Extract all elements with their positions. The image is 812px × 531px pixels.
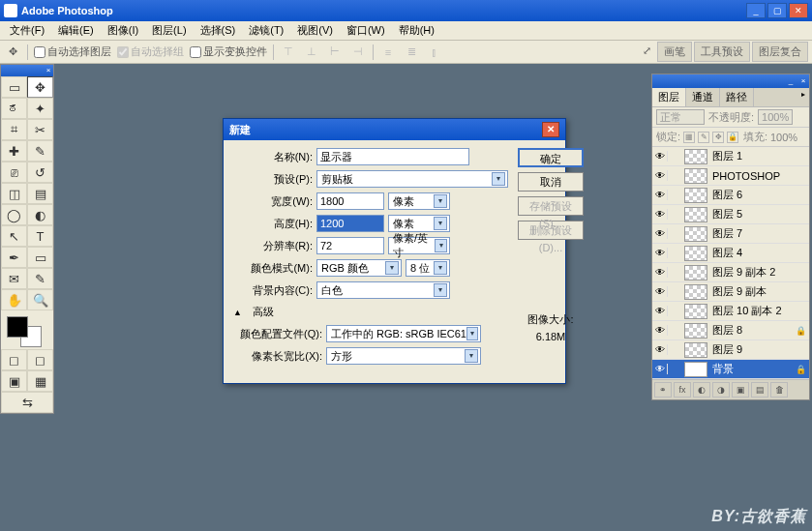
menu-help[interactable]: 帮助(H) [393,21,440,40]
layer-row[interactable]: 👁图层 8🔒 [652,321,809,340]
visibility-icon[interactable]: 👁 [652,170,668,181]
layer-name[interactable]: 图层 7 [710,226,796,241]
menu-filter[interactable]: 滤镜(T) [243,21,289,40]
aspect-select[interactable]: 方形▾ [326,347,481,365]
layer-row[interactable]: 👁图层 4 [652,244,809,263]
move-tool-icon[interactable]: ✥ [4,44,21,61]
resolution-unit-select[interactable]: 像素/英寸▾ [388,237,450,254]
layer-name[interactable]: 图层 9 副本 [710,284,796,299]
delete-layer-icon[interactable]: 🗑 [770,382,788,398]
layer-thumbnail[interactable] [684,246,707,261]
move-tool[interactable]: ✥ [27,76,53,98]
layer-row[interactable]: 👁图层 9 [652,340,809,360]
close-icon[interactable]: × [797,76,809,86]
visibility-icon[interactable]: 👁 [652,248,668,258]
visibility-icon[interactable]: 👁 [652,286,668,297]
auto-select-layer-checkbox[interactable]: 自动选择图层 [34,44,111,59]
screen-mode-full[interactable]: ▦ [27,370,53,392]
layer-row[interactable]: 👁图层 9 副本 [652,282,809,302]
quickmask-on[interactable]: ◻ [27,349,53,370]
layer-row[interactable]: 👁图层 7 [652,224,809,244]
lock-pixels-icon[interactable]: ▦ [683,132,695,143]
layer-thumbnail[interactable] [684,323,707,339]
lock-all-icon[interactable]: 🔒 [727,132,738,143]
color-swatch[interactable] [1,310,53,349]
layer-thumbnail[interactable] [684,362,707,377]
toolbox-panel[interactable]: × ▭ ✥ ಠ ✦ ⌗ ✂ ✚ ✎ ⎚ ↺ ◫ ▤ ◯ ◐ ↖ T ✒ ▭ ✉ … [0,64,54,414]
lasso-tool[interactable]: ಠ [1,98,27,119]
layer-name[interactable]: PHOTOSHOP [710,170,796,182]
tab-channels[interactable]: 通道 [686,88,720,106]
close-icon[interactable]: × [44,66,53,75]
layer-thumbnail[interactable] [684,304,707,319]
dialog-title-bar[interactable]: 新建 ✕ [224,119,565,140]
layer-name[interactable]: 图层 4 [710,246,796,260]
panel-menu-icon[interactable]: ▸ [797,88,809,106]
brush-tool[interactable]: ✎ [27,140,53,162]
visibility-icon[interactable]: 👁 [652,209,668,220]
bg-select[interactable]: 白色▾ [316,281,450,299]
layers-panel[interactable]: _ × 图层 通道 路径 ▸ 正常 不透明度: 100% 锁定: ▦ ✎ ✥ 🔒… [651,74,810,400]
close-button[interactable]: ✕ [789,3,808,18]
palette-tab-tool-presets[interactable]: 工具预设 [694,42,750,62]
menu-view[interactable]: 视图(V) [291,21,339,40]
layer-row[interactable]: 👁图层 10 副本 2 [652,302,809,321]
visibility-icon[interactable]: 👁 [652,151,668,162]
layer-thumbnail[interactable] [684,188,707,203]
visibility-icon[interactable]: 👁 [652,364,668,374]
dialog-close-button[interactable]: ✕ [542,122,559,137]
show-transform-checkbox[interactable]: 显示变换控件 [190,44,267,59]
layer-row[interactable]: 👁PHOTOSHOP [652,166,809,186]
visibility-icon[interactable]: 👁 [652,344,668,355]
toolbox-titlebar[interactable]: × [1,65,53,76]
height-input[interactable] [316,215,384,232]
layer-thumbnail[interactable] [684,342,707,358]
visibility-icon[interactable]: 👁 [652,228,668,239]
notes-tool[interactable]: ✉ [1,268,27,289]
width-unit-select[interactable]: 像素▾ [388,192,450,210]
shape-tool[interactable]: ▭ [27,247,53,268]
eraser-tool[interactable]: ◫ [1,183,27,204]
layer-row[interactable]: 👁图层 6 [652,186,809,205]
layer-thumbnail[interactable] [684,226,707,242]
minimize-button[interactable]: _ [746,3,766,18]
layer-thumbnail[interactable] [684,168,707,184]
layer-name[interactable]: 图层 9 [710,342,796,357]
name-input[interactable] [316,148,469,165]
resolution-input[interactable] [316,237,384,254]
lock-move-icon[interactable]: ✥ [712,132,724,143]
menu-file[interactable]: 文件(F) [4,21,50,40]
preset-select[interactable]: 剪贴板▾ [316,170,508,188]
tab-paths[interactable]: 路径 [720,88,754,106]
visibility-icon[interactable]: 👁 [652,267,668,278]
wand-tool[interactable]: ✦ [27,98,53,119]
layer-name[interactable]: 背景 [710,362,796,376]
quickmask-off[interactable]: ◻ [1,349,27,370]
marquee-tool[interactable]: ▭ [1,76,27,98]
path-tool[interactable]: ↖ [1,225,27,247]
layer-thumbnail[interactable] [684,149,707,164]
layer-row[interactable]: 👁图层 5 [652,205,809,224]
menu-window[interactable]: 窗口(W) [341,21,391,40]
menu-layer[interactable]: 图层(L) [146,21,192,40]
lock-brush-icon[interactable]: ✎ [698,132,709,143]
tab-layers[interactable]: 图层 [652,88,686,106]
maximize-button[interactable]: ▢ [767,3,787,18]
ok-button[interactable]: 确定 [518,148,584,167]
advanced-toggle[interactable]: ▲ 高级 [233,305,508,319]
minimize-icon[interactable]: _ [785,76,797,86]
height-unit-select[interactable]: 像素▾ [388,215,450,232]
layer-thumbnail[interactable] [684,265,707,280]
history-brush-tool[interactable]: ↺ [27,162,53,183]
menu-edit[interactable]: 编辑(E) [52,21,100,40]
layer-style-icon[interactable]: fx [674,382,691,398]
new-group-icon[interactable]: ▣ [732,382,749,398]
cancel-button[interactable]: 取消 [518,172,584,192]
mode-select[interactable]: RGB 颜色▾ [316,259,402,277]
layer-name[interactable]: 图层 8 [710,323,796,338]
layer-row[interactable]: 👁背景🔒 [652,360,809,379]
palette-tab-brushes[interactable]: 画笔 [657,42,692,62]
palette-well-icon[interactable]: ⤢ [638,42,655,59]
palette-tab-layer-comps[interactable]: 图层复合 [752,42,808,62]
stamp-tool[interactable]: ⎚ [1,162,27,183]
